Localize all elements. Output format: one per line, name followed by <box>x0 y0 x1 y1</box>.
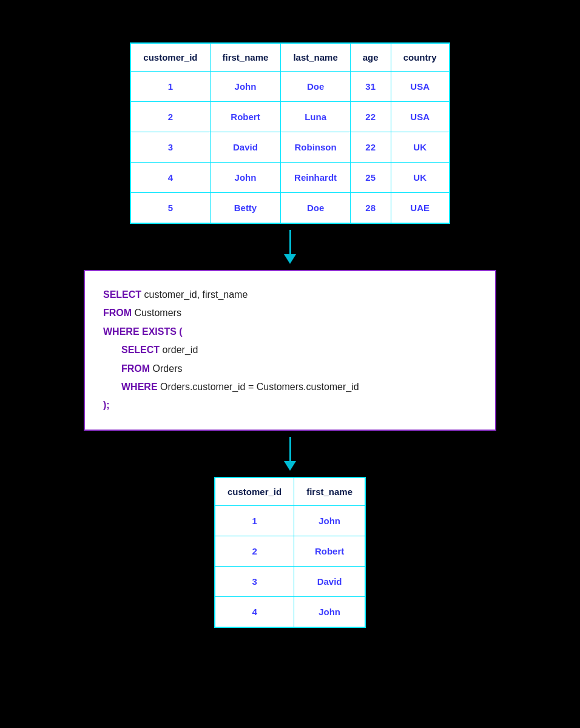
table-cell: David <box>294 566 365 596</box>
customers-table: customer_id first_name last_name age cou… <box>130 42 450 224</box>
sql-plain-text: order_id <box>160 345 198 355</box>
sql-line: WHERE EXISTS ( <box>103 323 477 341</box>
sql-keyword: ); <box>103 400 110 410</box>
table-cell: 2 <box>130 102 210 132</box>
table-row: 3David <box>215 566 365 596</box>
sql-line: SELECT order_id <box>103 341 477 359</box>
table-cell: 3 <box>130 132 210 163</box>
table-cell: David <box>210 132 281 163</box>
sql-line: FROM Orders <box>103 360 477 378</box>
arrow-2 <box>284 437 296 471</box>
table-cell: 2 <box>215 536 294 566</box>
table-cell: 25 <box>350 163 391 193</box>
sql-keyword: FROM <box>121 363 150 374</box>
table-cell: 3 <box>215 566 294 596</box>
arrow-head-1 <box>284 254 296 264</box>
table-cell: Doe <box>281 72 350 102</box>
table-cell: Luna <box>281 102 350 132</box>
table-cell: 1 <box>215 505 294 536</box>
table-cell: 5 <box>130 193 210 224</box>
col-last-name: last_name <box>281 43 350 72</box>
table-cell: John <box>210 163 281 193</box>
table-row: 5BettyDoe28UAE <box>130 193 449 224</box>
sql-keyword: SELECT <box>121 345 160 355</box>
table-cell: USA <box>391 72 450 102</box>
sql-line: FROM Customers <box>103 304 477 322</box>
table-row: 4JohnReinhardt25UK <box>130 163 449 193</box>
result-section: customer_id first_name 1John2Robert3Davi… <box>214 477 366 628</box>
table-cell: Robert <box>210 102 281 132</box>
col-country: country <box>391 43 450 72</box>
table-cell: Betty <box>210 193 281 224</box>
table-cell: 4 <box>215 596 294 627</box>
table-cell: USA <box>391 102 450 132</box>
page-container: customer_id first_name last_name age cou… <box>17 24 563 628</box>
sql-line: ); <box>103 396 477 414</box>
table-row: 1John <box>215 505 365 536</box>
table-row: 1JohnDoe31USA <box>130 72 449 102</box>
arrow-head-2 <box>284 461 296 471</box>
table-cell: 1 <box>130 72 210 102</box>
table-cell: 31 <box>350 72 391 102</box>
result-header-row: customer_id first_name <box>215 477 365 506</box>
result-col-first-name: first_name <box>294 477 365 506</box>
customers-table-wrapper: customer_id first_name last_name age cou… <box>130 42 450 224</box>
table-cell: John <box>294 505 365 536</box>
col-age: age <box>350 43 391 72</box>
table-cell: Robinson <box>281 132 350 163</box>
sql-line: SELECT customer_id, first_name <box>103 286 477 304</box>
table-cell: 4 <box>130 163 210 193</box>
table-row: 4John <box>215 596 365 627</box>
table-cell: 22 <box>350 102 391 132</box>
table-cell: UK <box>391 132 450 163</box>
sql-plain-text: Orders.customer_id = Customers.customer_… <box>158 382 359 392</box>
table-cell: UAE <box>391 193 450 224</box>
col-customer-id: customer_id <box>130 43 210 72</box>
arrow-1 <box>284 230 296 264</box>
sql-keyword: WHERE <box>121 382 158 392</box>
table-row: 2Robert <box>215 536 365 566</box>
table-cell: Robert <box>294 536 365 566</box>
arrow-line-1 <box>289 230 291 254</box>
table-row: 3DavidRobinson22UK <box>130 132 449 163</box>
table-cell: Doe <box>281 193 350 224</box>
table-cell: 22 <box>350 132 391 163</box>
sql-keyword: SELECT <box>103 289 141 300</box>
result-table-wrapper: customer_id first_name 1John2Robert3Davi… <box>214 477 366 628</box>
col-first-name: first_name <box>210 43 281 72</box>
customers-header-row: customer_id first_name last_name age cou… <box>130 43 449 72</box>
sql-plain-text: Customers <box>132 308 181 318</box>
table-cell: John <box>210 72 281 102</box>
sql-plain-text: Orders <box>150 363 182 374</box>
sql-keyword: WHERE EXISTS ( <box>103 326 183 337</box>
sql-line: WHERE Orders.customer_id = Customers.cus… <box>103 378 477 396</box>
table-cell: 28 <box>350 193 391 224</box>
result-table: customer_id first_name 1John2Robert3Davi… <box>214 477 366 628</box>
sql-keyword: FROM <box>103 308 132 318</box>
sql-box: SELECT customer_id, first_nameFROM Custo… <box>84 270 496 431</box>
table-cell: John <box>294 596 365 627</box>
result-col-customer-id: customer_id <box>215 477 294 506</box>
table-cell: UK <box>391 163 450 193</box>
arrow-line-2 <box>289 437 291 461</box>
table-row: 2RobertLuna22USA <box>130 102 449 132</box>
table-cell: Reinhardt <box>281 163 350 193</box>
sql-plain-text: customer_id, first_name <box>141 289 248 300</box>
